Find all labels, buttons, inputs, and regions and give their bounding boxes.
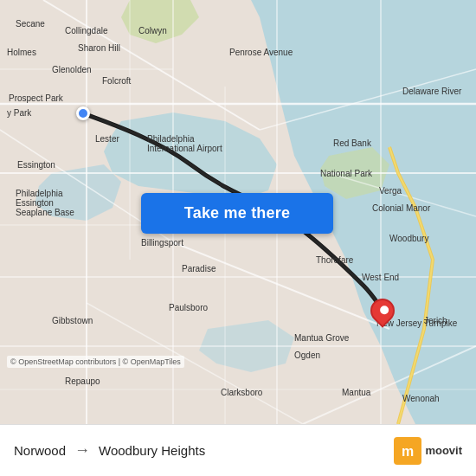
- bottom-bar: Norwood → Woodbury Heights m moovit: [0, 424, 476, 476]
- destination-marker: [370, 299, 395, 330]
- moovit-icon: m: [394, 437, 421, 465]
- moovit-text: moovit: [425, 444, 462, 457]
- destination-label: Woodbury Heights: [99, 443, 205, 458]
- origin-marker: [76, 106, 90, 120]
- map-container: SecaneCollingdaleColwynSharon HillHolmes…: [0, 0, 476, 424]
- map-attribution: © OpenStreetMap contributors | © OpenMap…: [7, 356, 184, 368]
- moovit-logo: m moovit: [394, 437, 462, 465]
- svg-text:m: m: [402, 444, 414, 459]
- origin-label: Norwood: [14, 443, 66, 458]
- take-me-there-button[interactable]: Take me there: [141, 193, 333, 234]
- arrow-icon: →: [74, 441, 90, 460]
